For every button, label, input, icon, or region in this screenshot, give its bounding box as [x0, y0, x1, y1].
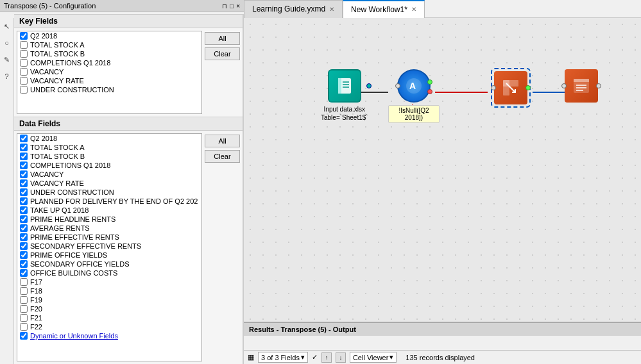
key-fields-clear-button[interactable]: Clear — [205, 47, 240, 60]
list-item[interactable]: Dynamic or Unknown Fields — [17, 331, 201, 340]
select-tool-icon[interactable]: ○ — [1, 37, 13, 49]
list-item[interactable]: UNDER CONSTRUCTION — [17, 188, 201, 197]
fields-dropdown[interactable]: 3 of 3 Fields ▾ — [258, 352, 308, 363]
list-item[interactable]: TOTAL STOCK B — [17, 49, 201, 58]
workflow-connections — [244, 18, 641, 322]
field-checkbox[interactable] — [20, 41, 28, 49]
filter-label: !IsNull([Q2 2018]) — [388, 105, 440, 123]
list-item[interactable]: COMPLETIONS Q1 2018 — [17, 58, 201, 67]
field-checkbox[interactable] — [20, 260, 28, 268]
data-fields-list[interactable]: Q2 2018 TOTAL STOCK A TOTAL STOCK B COMP… — [17, 133, 202, 361]
list-item[interactable]: COMPLETIONS Q1 2018 — [17, 161, 201, 170]
field-checkbox[interactable] — [20, 332, 28, 340]
key-fields-all-button[interactable]: All — [205, 32, 240, 45]
data-fields-header: Data Fields — [14, 117, 243, 131]
list-item[interactable]: F19 — [17, 295, 201, 304]
field-checkbox[interactable] — [20, 32, 28, 40]
list-item[interactable]: F20 — [17, 304, 201, 313]
list-item[interactable]: AVERAGE RENTS — [17, 224, 201, 233]
field-checkbox[interactable] — [20, 68, 28, 76]
svg-rect-12 — [503, 80, 518, 87]
output-icon — [565, 69, 598, 103]
filter-icon: A — [397, 69, 431, 103]
list-item[interactable]: TOTAL STOCK A — [17, 143, 201, 152]
field-checkbox[interactable] — [20, 305, 28, 313]
data-fields-section: Data Fields Q2 2018 TOTAL STOCK A TOTAL … — [14, 117, 243, 364]
field-checkbox[interactable] — [20, 170, 28, 178]
field-checkbox[interactable] — [20, 314, 28, 322]
tab-close-new-workflow[interactable]: ✕ — [411, 6, 416, 13]
svg-text:A: A — [409, 81, 416, 91]
filter-node[interactable]: A !IsNull([Q2 2018]) — [388, 69, 440, 123]
data-fields-all-button[interactable]: All — [205, 135, 240, 147]
output-node[interactable] — [565, 69, 598, 103]
list-item[interactable]: OFFICE BUILDING COSTS — [17, 269, 201, 277]
float-icon[interactable]: □ — [230, 3, 234, 10]
field-checkbox[interactable] — [20, 206, 28, 214]
field-checkbox[interactable] — [20, 278, 28, 286]
list-item[interactable]: F21 — [17, 313, 201, 322]
list-item[interactable]: F18 — [17, 286, 201, 295]
field-checkbox[interactable] — [20, 224, 28, 232]
sort-up-button[interactable]: ↑ — [321, 352, 332, 363]
key-fields-section: Key Fields Q2 2018 TOTAL STOCK A TOT — [14, 14, 243, 117]
list-item[interactable]: PLANNED FOR DELIVERY BY THE END OF Q2 20… — [17, 197, 201, 206]
field-checkbox[interactable] — [20, 188, 28, 196]
field-checkbox[interactable] — [20, 77, 28, 85]
field-checkbox[interactable] — [20, 287, 28, 295]
field-checkbox[interactable] — [20, 153, 28, 160]
list-item[interactable]: F17 — [17, 277, 201, 286]
workflow-canvas[interactable]: Input data.xlsxTable=`Sheet1$` A — [244, 18, 641, 322]
transpose-node[interactable] — [491, 68, 531, 108]
list-item[interactable]: SECONDARY OFFICE YIELDS — [17, 260, 201, 269]
list-item[interactable]: Q2 2018 — [17, 31, 201, 40]
list-item[interactable]: PRIME EFFECTIVE RENTS — [17, 233, 201, 242]
field-checkbox[interactable] — [20, 323, 28, 331]
data-fields-clear-button[interactable]: Clear — [205, 150, 240, 163]
field-checkbox[interactable] — [20, 144, 28, 151]
field-checkbox[interactable] — [20, 50, 28, 58]
field-checkbox[interactable] — [20, 161, 28, 169]
field-checkbox[interactable] — [20, 251, 28, 259]
field-checkbox[interactable] — [20, 86, 28, 94]
field-checkbox[interactable] — [20, 296, 28, 304]
list-item[interactable]: TOTAL STOCK A — [17, 40, 201, 49]
cursor-tool-icon[interactable]: ↖ — [1, 21, 13, 32]
list-item[interactable]: PRIME HEADLINE RENTS — [17, 215, 201, 224]
cell-viewer-dropdown[interactable]: Cell Viewer ▾ — [350, 352, 397, 363]
pin-icon[interactable]: ⊓ — [222, 3, 227, 10]
list-item[interactable]: TOTAL STOCK B — [17, 152, 201, 161]
field-checkbox[interactable] — [20, 179, 28, 187]
chevron-down-icon-2: ▾ — [389, 353, 393, 361]
field-checkbox[interactable] — [20, 242, 28, 250]
list-item[interactable]: UNDER CONSTRUCTION — [17, 85, 201, 94]
field-checkbox[interactable] — [20, 233, 28, 241]
list-item[interactable]: PRIME OFFICE YIELDS — [17, 251, 201, 260]
tab-new-workflow[interactable]: New Workflow1* ✕ — [343, 0, 425, 18]
list-item[interactable]: Q2 2018 — [17, 134, 201, 143]
help-tool-icon[interactable]: ? — [1, 70, 13, 82]
key-fields-list[interactable]: Q2 2018 TOTAL STOCK A TOTAL STOCK B COMP… — [17, 31, 202, 114]
list-item[interactable]: F22 — [17, 322, 201, 331]
tab-close-learning-guide[interactable]: ✕ — [329, 6, 334, 13]
field-checkbox[interactable] — [20, 135, 28, 142]
check-icon: ✓ — [312, 353, 318, 361]
input-data-node[interactable]: Input data.xlsxTable=`Sheet1$` — [321, 69, 368, 122]
list-item[interactable]: VACANCY — [17, 67, 201, 76]
records-count-label: 135 records displayed — [406, 354, 475, 361]
list-item[interactable]: TAKE UP Q1 2018 — [17, 206, 201, 215]
list-item[interactable]: VACANCY RATE — [17, 179, 201, 188]
sort-down-button[interactable]: ↓ — [336, 352, 346, 363]
results-label: Results - Transpose (5) - Output — [249, 326, 356, 333]
list-item[interactable]: VACANCY — [17, 170, 201, 179]
tab-learning-guide[interactable]: Learning Guide.yxmd ✕ — [244, 0, 343, 18]
field-checkbox[interactable] — [20, 197, 28, 205]
close-icon[interactable]: × — [236, 3, 240, 10]
list-item[interactable]: SECONDARY EFFECTIVE RENTS — [17, 242, 201, 251]
field-checkbox[interactable] — [20, 269, 28, 277]
annotation-tool-icon[interactable]: ✎ — [1, 54, 13, 65]
viewer-label: Cell Viewer — [353, 354, 388, 361]
list-item[interactable]: VACANCY RATE — [17, 76, 201, 85]
field-checkbox[interactable] — [20, 59, 28, 67]
field-checkbox[interactable] — [20, 215, 28, 223]
